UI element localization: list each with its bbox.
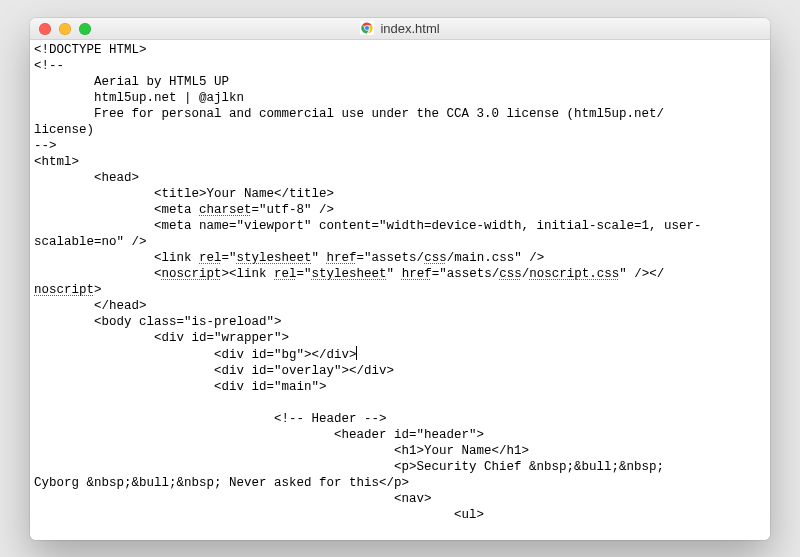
spell-underline: rel xyxy=(199,251,222,265)
text-caret xyxy=(356,346,357,360)
code-line: =" xyxy=(297,267,312,281)
minimize-icon[interactable] xyxy=(59,23,71,35)
code-line: <nav> xyxy=(34,492,432,506)
code-line: <link xyxy=(34,251,199,265)
code-line: <body class="is-preload"> xyxy=(34,315,282,329)
spell-underline: noscript xyxy=(162,267,222,281)
code-area[interactable]: <!DOCTYPE HTML> <!-- Aerial by HTML5 UP … xyxy=(30,40,770,540)
code-line: <p>Security Chief &nbsp;&bull;&nbsp; xyxy=(34,460,672,474)
code-line: Free for personal and commercial use und… xyxy=(34,107,664,121)
code-line: license) xyxy=(34,123,94,137)
close-icon[interactable] xyxy=(39,23,51,35)
code-line: ="assets/ xyxy=(357,251,425,265)
code-line: <header id="header"> xyxy=(34,428,484,442)
code-line: /main.css" /> xyxy=(447,251,545,265)
code-line: html5up.net | @ajlkn xyxy=(34,91,244,105)
code-line: </head> xyxy=(34,299,147,313)
spell-underline: noscript xyxy=(34,283,94,297)
code-line: <h1>Your Name</h1> xyxy=(34,444,529,458)
code-line: <meta xyxy=(34,203,199,217)
code-line: " xyxy=(312,251,327,265)
code-line: Cyborg &nbsp;&bull;&nbsp; Never asked fo… xyxy=(34,476,409,490)
code-line: scalable=no" /> xyxy=(34,235,147,249)
code-line: " xyxy=(387,267,402,281)
code-line: <div id="main"> xyxy=(34,380,327,394)
code-line: <head> xyxy=(34,171,139,185)
spell-underline: css xyxy=(424,251,447,265)
spell-underline: css xyxy=(499,267,522,281)
code-line: <title>Your Name</title> xyxy=(34,187,334,201)
code-line: --> xyxy=(34,139,57,153)
code-line: " /></ xyxy=(619,267,664,281)
editor-window: index.html <!DOCTYPE HTML> <!-- Aerial b… xyxy=(30,18,770,540)
traffic-lights xyxy=(39,23,91,35)
chrome-icon xyxy=(360,21,374,35)
code-line: ><link xyxy=(222,267,275,281)
code-line: <meta name="viewport" content="width=dev… xyxy=(34,219,702,233)
code-line: < xyxy=(34,267,162,281)
spell-underline: stylesheet xyxy=(237,251,312,265)
title-wrap: index.html xyxy=(360,21,439,36)
code-line: > xyxy=(94,283,102,297)
code-line: <ul> xyxy=(34,508,484,522)
spell-underline: rel xyxy=(274,267,297,281)
code-line: <!-- xyxy=(34,59,64,73)
titlebar: index.html xyxy=(30,18,770,40)
code-line: <div id="bg"></div> xyxy=(34,348,357,362)
code-line: <div id="overlay"></div> xyxy=(34,364,394,378)
code-line: <!DOCTYPE HTML> xyxy=(34,43,147,57)
spell-underline: charset xyxy=(199,203,252,217)
spell-underline: href xyxy=(402,267,432,281)
window-title: index.html xyxy=(380,21,439,36)
maximize-icon[interactable] xyxy=(79,23,91,35)
code-line: <!-- Header --> xyxy=(34,412,387,426)
code-line: ="utf-8" /> xyxy=(252,203,335,217)
code-line: <div id="wrapper"> xyxy=(34,331,289,345)
spell-underline: href xyxy=(327,251,357,265)
code-line: Aerial by HTML5 UP xyxy=(34,75,229,89)
spell-underline: stylesheet xyxy=(312,267,387,281)
code-line: ="assets/ xyxy=(432,267,500,281)
code-line: =" xyxy=(222,251,237,265)
spell-underline: noscript.css xyxy=(529,267,619,281)
code-line: <html> xyxy=(34,155,79,169)
